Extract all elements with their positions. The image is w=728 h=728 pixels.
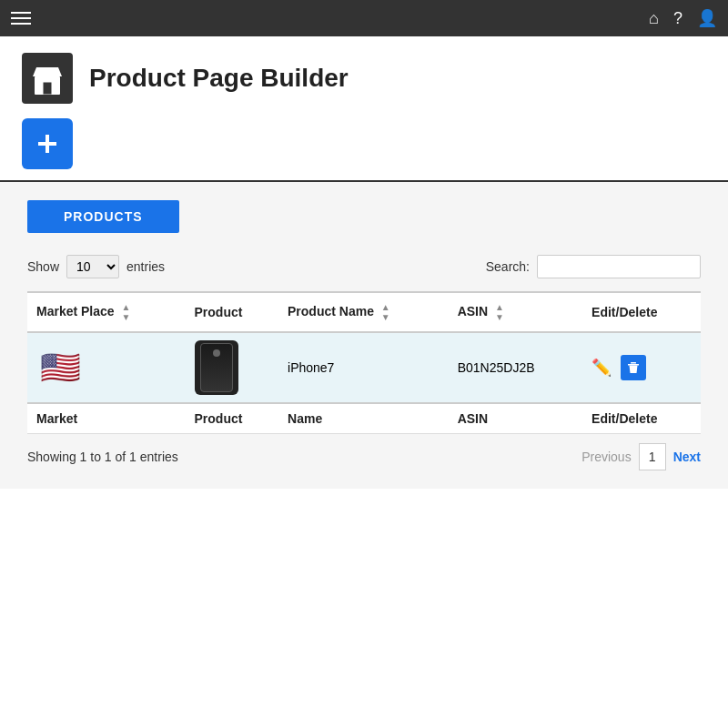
page-title: Product Page Builder — [89, 64, 349, 93]
edit-button[interactable]: ✏️ — [592, 358, 612, 378]
cell-actions: ✏️ — [582, 332, 701, 403]
user-icon[interactable]: 👤 — [697, 8, 717, 28]
cell-flag: 🇺🇸 — [27, 332, 186, 403]
showing-text: Showing 1 to 1 of 1 entries — [27, 450, 178, 464]
svg-rect-4 — [628, 364, 639, 366]
table-row: 🇺🇸 iPhone7 B01N25DJ2B ✏️ — [27, 332, 701, 403]
table-footer: Showing 1 to 1 of 1 entries Previous 1 N… — [27, 443, 701, 470]
search-input[interactable] — [537, 255, 701, 278]
col-product-name[interactable]: Product Name ▲▼ — [278, 292, 449, 332]
topbar-left — [11, 12, 31, 25]
topbar: ⌂ ? 👤 — [0, 0, 728, 36]
sort-arrows-name: ▲▼ — [381, 302, 390, 322]
pagination: Previous 1 Next — [581, 443, 701, 470]
store-icon — [22, 53, 73, 104]
page-header: Product Page Builder — [0, 36, 728, 115]
cell-product-name: iPhone7 — [278, 332, 449, 403]
entries-select[interactable]: 10 25 50 100 — [66, 255, 119, 278]
col-product: Product — [186, 292, 279, 332]
footer-edit-delete: Edit/Delete — [582, 403, 701, 434]
cell-asin: B01N25DJ2B — [449, 332, 582, 403]
show-entries: Show 10 25 50 100 entries — [27, 255, 165, 278]
delete-button[interactable] — [621, 355, 646, 380]
table-footer-row: Market Product Name ASIN Edit/Delete — [27, 403, 701, 434]
help-icon[interactable]: ? — [673, 9, 682, 28]
col-edit-delete: Edit/Delete — [582, 292, 701, 332]
phone-screen — [200, 343, 233, 392]
col-market-place[interactable]: Market Place ▲▼ — [27, 292, 186, 332]
table-controls: Show 10 25 50 100 entries Search: — [27, 255, 701, 278]
entries-label: entries — [126, 259, 165, 274]
search-block: Search: — [486, 255, 701, 278]
action-icons: ✏️ — [592, 355, 692, 380]
footer-market: Market — [27, 403, 186, 434]
hamburger-icon[interactable] — [11, 12, 31, 25]
search-label: Search: — [486, 259, 530, 274]
svg-rect-5 — [631, 362, 636, 364]
footer-name: Name — [278, 403, 449, 434]
previous-button[interactable]: Previous — [581, 450, 631, 464]
page-number[interactable]: 1 — [639, 443, 666, 470]
next-button[interactable]: Next — [673, 450, 701, 464]
col-asin[interactable]: ASIN ▲▼ — [449, 292, 582, 332]
product-thumbnail — [195, 340, 238, 395]
products-tab[interactable]: PRODUCTS — [27, 200, 179, 233]
svg-rect-1 — [43, 82, 52, 95]
footer-product: Product — [186, 403, 279, 434]
main-content: PRODUCTS Show 10 25 50 100 entries Searc… — [0, 182, 728, 489]
sort-arrows-market: ▲▼ — [122, 302, 131, 322]
topbar-right: ⌂ ? 👤 — [649, 8, 717, 28]
sort-arrows-asin: ▲▼ — [495, 302, 504, 322]
tab-bar: PRODUCTS — [27, 200, 701, 233]
table-header-row: Market Place ▲▼ Product Product Name ▲▼ … — [27, 292, 701, 332]
home-icon[interactable]: ⌂ — [649, 9, 659, 28]
us-flag: 🇺🇸 — [36, 344, 84, 391]
show-label: Show — [27, 259, 59, 274]
add-product-button[interactable] — [22, 118, 73, 169]
footer-asin: ASIN — [449, 403, 582, 434]
svg-rect-3 — [38, 142, 56, 146]
cell-product-image — [186, 332, 279, 403]
products-table: Market Place ▲▼ Product Product Name ▲▼ … — [27, 291, 701, 434]
